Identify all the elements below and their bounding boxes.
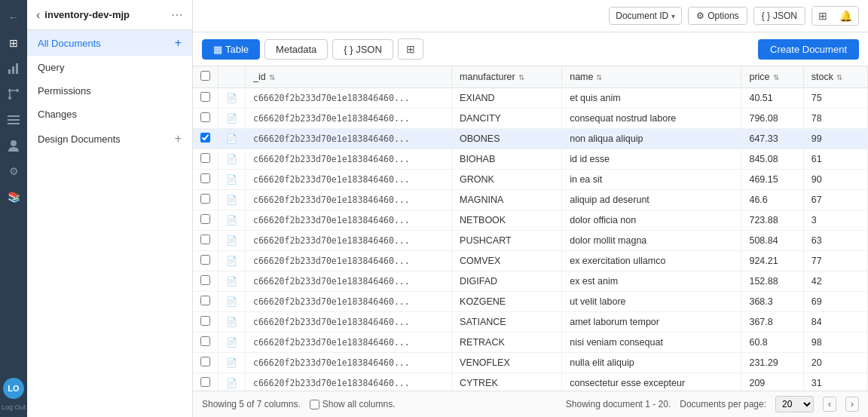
row-stock-cell[interactable]: 67 [803, 190, 867, 210]
create-document-button[interactable]: Create Document [758, 39, 859, 60]
row-checkbox[interactable] [200, 357, 210, 366]
row-price-cell[interactable]: 647.33 [741, 129, 803, 149]
row-checkbox[interactable] [200, 92, 210, 102]
table-row[interactable]: 📄 c66620f2b233d70e1e183846460... VENOFLE… [193, 353, 868, 373]
row-id-cell[interactable]: c66620f2b233d70e1e183846460... [246, 149, 452, 170]
row-manufacturer-cell[interactable]: MAGNINA [452, 190, 562, 210]
row-name-cell[interactable]: consectetur esse excepteur [562, 373, 741, 391]
row-name-cell[interactable]: ex exercitation ullamco [562, 251, 741, 271]
row-manufacturer-cell[interactable]: GRONK [452, 170, 562, 190]
row-manufacturer-cell[interactable]: CYTREK [452, 373, 562, 391]
row-price-cell[interactable]: 60.8 [741, 333, 803, 353]
row-stock-cell[interactable]: 3 [803, 210, 867, 231]
row-name-cell[interactable]: et quis anim [562, 88, 741, 109]
row-stock-cell[interactable]: 20 [803, 353, 867, 373]
row-id-cell[interactable]: c66620f2b233d70e1e183846460... [246, 231, 452, 251]
nav-item-query[interactable]: Query [27, 56, 192, 79]
row-id-cell[interactable]: c66620f2b233d70e1e183846460... [246, 210, 452, 231]
row-checkbox[interactable] [200, 336, 210, 346]
row-price-cell[interactable]: 46.6 [741, 190, 803, 210]
table-row[interactable]: 📄 c66620f2b233d70e1e183846460... DANCITY… [193, 109, 868, 129]
row-checkbox[interactable] [200, 296, 210, 305]
home-icon[interactable]: ⊞ [2, 32, 25, 54]
log-out-label[interactable]: Log Out [2, 403, 26, 411]
add-all-docs-icon[interactable]: + [175, 36, 182, 50]
row-checkbox[interactable] [200, 316, 210, 326]
row-id-cell[interactable]: c66620f2b233d70e1e183846460... [246, 251, 452, 271]
nav-back-button[interactable]: ‹ [36, 8, 40, 22]
show-all-columns-checkbox[interactable] [310, 400, 319, 409]
row-id-cell[interactable]: c66620f2b233d70e1e183846460... [246, 109, 452, 129]
row-price-cell[interactable]: 367.8 [741, 312, 803, 333]
person-icon[interactable] [2, 134, 25, 157]
row-manufacturer-cell[interactable]: BIOHAB [452, 149, 562, 170]
user-avatar[interactable]: LO [3, 378, 24, 399]
row-id-cell[interactable]: c66620f2b233d70e1e183846460... [246, 271, 452, 292]
row-price-cell[interactable]: 40.51 [741, 88, 803, 109]
row-checkbox[interactable] [200, 194, 210, 204]
nav-item-permissions[interactable]: Permissions [27, 79, 192, 103]
row-checkbox[interactable] [200, 275, 210, 285]
row-manufacturer-cell[interactable]: RETRACK [452, 333, 562, 353]
row-stock-cell[interactable]: 69 [803, 292, 867, 312]
table-row[interactable]: 📄 c66620f2b233d70e1e183846460... MAGNINA… [193, 190, 868, 210]
row-manufacturer-cell[interactable]: DIGIFAD [452, 271, 562, 292]
row-stock-cell[interactable]: 84 [803, 312, 867, 333]
table-row[interactable]: 📄 c66620f2b233d70e1e183846460... EXIAND … [193, 88, 868, 109]
header-id[interactable]: _id ⇅ [246, 66, 452, 88]
row-stock-cell[interactable]: 98 [803, 333, 867, 353]
list-icon[interactable] [2, 109, 25, 131]
tab-metadata[interactable]: Metadata [264, 39, 328, 60]
row-name-cell[interactable]: dolor mollit magna [562, 231, 741, 251]
per-page-select[interactable]: 20 50 100 [775, 396, 814, 412]
row-stock-cell[interactable]: 99 [803, 129, 867, 149]
row-price-cell[interactable]: 723.88 [741, 210, 803, 231]
table-row[interactable]: 📄 c66620f2b233d70e1e183846460... OBONES … [193, 129, 868, 149]
row-manufacturer-cell[interactable]: SATIANCE [452, 312, 562, 333]
row-checkbox[interactable] [200, 214, 210, 224]
row-id-cell[interactable]: c66620f2b233d70e1e183846460... [246, 373, 452, 391]
row-stock-cell[interactable]: 90 [803, 170, 867, 190]
row-checkbox[interactable] [200, 255, 210, 265]
back-nav-icon[interactable]: ← [2, 6, 25, 29]
table-row[interactable]: 📄 c66620f2b233d70e1e183846460... DIGIFAD… [193, 271, 868, 292]
grid-view-button[interactable]: ⊞ [812, 7, 833, 25]
expand-icon-button[interactable]: ⊞ [398, 38, 423, 60]
row-price-cell[interactable]: 152.88 [741, 271, 803, 292]
row-manufacturer-cell[interactable]: PUSHCART [452, 231, 562, 251]
nav-item-design-documents[interactable]: Design Documents + [27, 126, 192, 152]
select-all-checkbox[interactable] [200, 71, 210, 81]
row-manufacturer-cell[interactable]: NETBOOK [452, 210, 562, 231]
table-row[interactable]: 📄 c66620f2b233d70e1e183846460... SATIANC… [193, 312, 868, 333]
document-id-selector[interactable]: Document ID ▾ [609, 7, 682, 25]
row-name-cell[interactable]: ut velit labore [562, 292, 741, 312]
row-id-cell[interactable]: c66620f2b233d70e1e183846460... [246, 292, 452, 312]
nav-more-button[interactable]: ⋯ [171, 8, 183, 22]
row-id-cell[interactable]: c66620f2b233d70e1e183846460... [246, 129, 452, 149]
show-all-columns-label[interactable]: Show all columns. [310, 399, 396, 409]
table-row[interactable]: 📄 c66620f2b233d70e1e183846460... BIOHAB … [193, 149, 868, 170]
json-button[interactable]: { } JSON [753, 7, 805, 25]
row-checkbox[interactable] [200, 153, 210, 163]
row-stock-cell[interactable]: 75 [803, 88, 867, 109]
header-name[interactable]: name ⇅ [562, 66, 741, 88]
nav-item-changes[interactable]: Changes [27, 103, 192, 126]
row-stock-cell[interactable]: 63 [803, 231, 867, 251]
row-manufacturer-cell[interactable]: OBONES [452, 129, 562, 149]
row-price-cell[interactable]: 469.15 [741, 170, 803, 190]
row-name-cell[interactable]: dolor officia non [562, 210, 741, 231]
header-stock[interactable]: stock ⇅ [803, 66, 867, 88]
row-price-cell[interactable]: 508.84 [741, 231, 803, 251]
row-name-cell[interactable]: nisi veniam consequat [562, 333, 741, 353]
row-name-cell[interactable]: id id esse [562, 149, 741, 170]
row-price-cell[interactable]: 231.29 [741, 353, 803, 373]
settings-icon[interactable]: ⚙ [2, 160, 25, 182]
next-page-button[interactable]: › [845, 397, 859, 412]
row-id-cell[interactable]: c66620f2b233d70e1e183846460... [246, 170, 452, 190]
row-checkbox[interactable] [200, 377, 210, 387]
row-name-cell[interactable]: amet laborum tempor [562, 312, 741, 333]
row-manufacturer-cell[interactable]: KOZGENE [452, 292, 562, 312]
row-manufacturer-cell[interactable]: COMVEX [452, 251, 562, 271]
row-price-cell[interactable]: 924.21 [741, 251, 803, 271]
row-manufacturer-cell[interactable]: VENOFLEX [452, 353, 562, 373]
